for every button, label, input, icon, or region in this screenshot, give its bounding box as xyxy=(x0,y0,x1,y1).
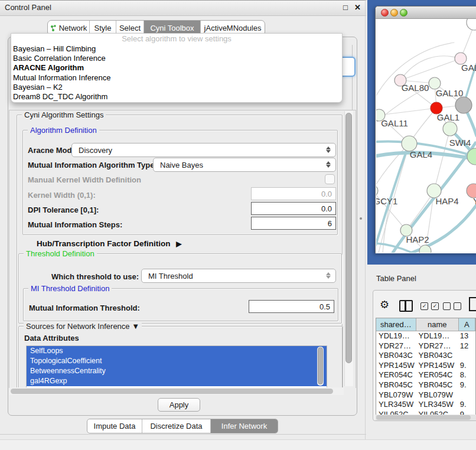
kernel-width-field[interactable]: 0.0 xyxy=(251,187,336,200)
data-attributes-list[interactable]: SelfLoopsTopologicalCoefficientBetweenne… xyxy=(26,345,327,389)
unchecked-box-icon xyxy=(454,302,461,310)
float-window-icon[interactable]: □ xyxy=(343,3,348,12)
table-cell: YBL079W xyxy=(376,390,416,400)
manual-kernel-checkbox[interactable] xyxy=(325,174,335,184)
table-row[interactable]: YER054CYER054C8. xyxy=(376,370,475,380)
algorithm-option[interactable]: Dream8 DC_TDC Algorithm xyxy=(11,92,342,102)
attributes-list-scrollbar[interactable] xyxy=(317,347,324,386)
show-columns-icon[interactable] xyxy=(420,302,439,310)
network-graph: GALGAL80GAL10GAL1GAL11GAL4SWI4GCY1HAP4YH… xyxy=(376,19,476,253)
collapse-arrow-icon[interactable]: ▼ xyxy=(132,322,139,331)
settings-horizontal-scrollbar-thumb[interactable] xyxy=(11,389,333,394)
network-node-gal10[interactable] xyxy=(429,77,441,89)
close-window-icon[interactable]: ✕ xyxy=(354,3,361,12)
table-row[interactable]: YBR043CYBR043C xyxy=(376,351,475,361)
network-canvas[interactable]: GALGAL80GAL10GAL1GAL11GAL4SWI4GCY1HAP4YH… xyxy=(376,19,476,253)
node-label: HAP2 xyxy=(406,234,429,244)
splitter-grip-icon[interactable] xyxy=(360,217,362,220)
settings-vertical-scrollbar-thumb[interactable] xyxy=(345,113,352,363)
combo-arrows-icon xyxy=(326,146,331,154)
network-window[interactable]: GALGAL80GAL10GAL1GAL11GAL4SWI4GCY1HAP4YH… xyxy=(375,6,476,253)
dpi-tolerance-label: DPI Tolerance [0,1]: xyxy=(28,206,99,214)
attribute-item[interactable]: BetweennessCentrality xyxy=(27,366,327,376)
hide-columns-icon[interactable] xyxy=(443,302,461,310)
table-cell: YER054C xyxy=(376,370,416,380)
tab-label: Style xyxy=(94,24,112,32)
column-header-name[interactable]: name xyxy=(416,318,459,331)
table-cell: 9 xyxy=(459,410,475,415)
aracne-mode-combo[interactable]: Discovery xyxy=(71,143,336,157)
algorithm-option[interactable]: Bayesian – K2 xyxy=(11,83,342,92)
apply-button[interactable]: Apply xyxy=(158,398,200,412)
manual-kernel-label: Manual Kernel Width Definition xyxy=(28,175,141,184)
table-row[interactable]: YDL19…YDL19…13 xyxy=(376,331,475,341)
table-row[interactable]: YBR045CYBR045C9. xyxy=(376,380,475,390)
table-cell: YDL19… xyxy=(376,331,416,341)
node-table-body: YDL19…YDL19…13YDR27…YDR27…12YBR043CYBR04… xyxy=(376,331,475,415)
table-cell: YIL052C xyxy=(416,410,459,415)
algorithm-dropdown-list: Bayesian – Hill ClimbingBasic Correlatio… xyxy=(11,44,342,102)
network-icon xyxy=(50,25,57,32)
table-cell xyxy=(459,390,475,400)
network-window-titlebar[interactable] xyxy=(376,6,476,19)
sources-title: Sources for Network Inference xyxy=(26,322,130,331)
table-cell: 12 xyxy=(459,341,475,351)
mi-threshold-field[interactable]: 0.5 xyxy=(249,300,334,313)
network-node[interactable] xyxy=(455,97,472,113)
table-row[interactable]: YLR345WYLR345W9. xyxy=(376,400,475,410)
node-label: GCY1 xyxy=(376,196,397,206)
tab-infer-network[interactable]: Infer Network xyxy=(211,419,278,433)
kernel-width-label: Kernel Width (0,1): xyxy=(28,191,96,200)
table-horizontal-scrollbar[interactable] xyxy=(376,415,476,420)
network-node[interactable] xyxy=(443,122,457,136)
combo-arrows-icon xyxy=(326,272,331,279)
panel-splitter[interactable] xyxy=(365,0,366,439)
table-row[interactable]: YBL079WYBL079W xyxy=(376,390,475,400)
hub-definition-toggle[interactable]: Hub/Transcription Factor Definition ▶ xyxy=(37,239,182,248)
expand-arrow-icon: ▶ xyxy=(176,240,181,248)
table-cell: 9. xyxy=(459,361,475,371)
dpi-tolerance-field[interactable]: 0.0 xyxy=(251,202,336,215)
algorithm-option[interactable]: Bayesian – Hill Climbing xyxy=(11,44,342,54)
algorithm-option[interactable]: ARACNE Algorithm xyxy=(11,63,342,73)
network-node[interactable] xyxy=(467,19,476,30)
node-table-header: shared… name A xyxy=(376,318,475,331)
mi-type-label: Mutual Information Algorithm Type: xyxy=(28,161,157,169)
table-row[interactable]: YIL052CYIL052C9 xyxy=(376,410,475,415)
table-cell: 9. xyxy=(459,380,475,390)
close-traffic-light-icon[interactable] xyxy=(381,9,389,17)
attribute-item[interactable]: SelfLoops xyxy=(27,346,327,356)
table-cell: YBR043C xyxy=(376,351,416,361)
gear-icon[interactable]: ⚙ xyxy=(380,298,389,311)
network-node-gcy1[interactable] xyxy=(376,185,378,197)
tab-label: Network xyxy=(59,24,87,32)
attribute-item[interactable]: TopologicalCoefficient xyxy=(27,356,327,366)
cyni-bottom-tabs: Impute Data Discretize Data Infer Networ… xyxy=(87,419,278,433)
mi-type-combo[interactable]: Naive Bayes xyxy=(153,158,336,172)
split-view-icon[interactable] xyxy=(399,300,413,312)
dropdown-hint: Select algorithm to view settings xyxy=(11,34,342,44)
tab-discretize-data[interactable]: Discretize Data xyxy=(142,419,211,433)
attribute-item[interactable]: gal4RGexp xyxy=(27,376,327,386)
algorithm-option[interactable]: Basic Correlation Inference xyxy=(11,54,342,63)
screen: Control Panel □ ✕ Network Style Select C… xyxy=(0,0,476,450)
mi-steps-label: Mutual Information Steps: xyxy=(28,220,122,229)
column-header-clipped[interactable]: A xyxy=(459,318,475,331)
minimize-traffic-light-icon[interactable] xyxy=(390,9,398,17)
algorithm-option[interactable]: Mutual Information Inference xyxy=(11,73,342,83)
node-label: Y xyxy=(473,196,476,206)
table-row[interactable]: YDR27…YDR27…12 xyxy=(376,341,475,351)
hub-definition-label: Hub/Transcription Factor Definition xyxy=(37,239,171,248)
which-threshold-combo[interactable]: MI Threshold xyxy=(141,269,336,283)
status-strip xyxy=(0,439,476,450)
mi-steps-field[interactable]: 6 xyxy=(251,217,336,230)
table-cell: YPR145W xyxy=(376,361,416,371)
tab-impute-data[interactable]: Impute Data xyxy=(87,419,142,433)
zoom-traffic-light-icon[interactable] xyxy=(400,9,407,17)
table-row[interactable]: YPR145WYPR145W9. xyxy=(376,361,475,371)
node-label: GAL xyxy=(461,63,476,73)
group-title: Threshold Definition xyxy=(24,249,97,258)
column-header-shared-name[interactable]: shared… xyxy=(376,318,416,331)
network-edge xyxy=(379,108,436,115)
document-icon[interactable] xyxy=(469,297,476,311)
